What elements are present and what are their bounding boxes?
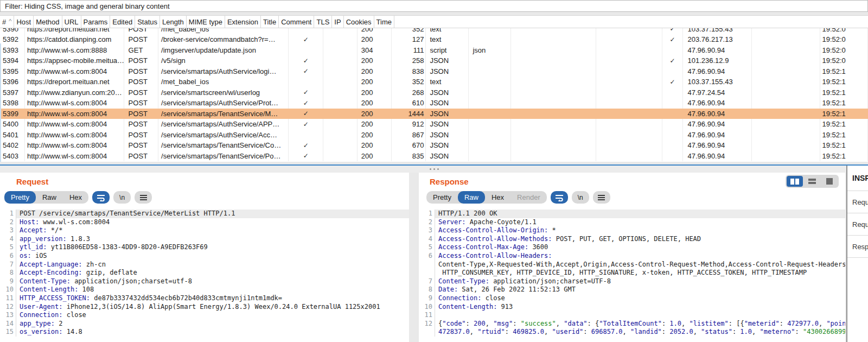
line-text: Accept-Encoding: gzip, deflate xyxy=(16,269,409,277)
line-number: 4 xyxy=(419,235,435,244)
word-wrap-toggle[interactable] xyxy=(92,191,110,204)
row-length: 258 xyxy=(392,55,426,66)
column-header[interactable]: Method xyxy=(34,16,62,28)
column-header[interactable]: Params xyxy=(81,16,111,28)
table-row[interactable]: 5403 http://www.wl-s.com:8004 POST /serv… xyxy=(0,151,868,162)
filter-bar[interactable]: Filter: Hiding CSS, image and general bi… xyxy=(0,0,868,12)
row-host: http://www.wl-s.com:8004 xyxy=(25,98,124,109)
http-history-table: #^ Host Method URL Params Edited Status … xyxy=(0,15,868,162)
row-url: /service/smartaps/TenantService/Po… xyxy=(158,151,289,162)
column-header[interactable]: Status xyxy=(135,16,160,28)
layout-single-button[interactable] xyxy=(821,176,838,187)
column-header[interactable]: Time xyxy=(374,16,394,28)
row-status: 200 xyxy=(358,55,392,66)
column-header[interactable]: TLS xyxy=(314,16,332,28)
row-comment xyxy=(596,119,663,130)
code-line: 15os_version: 14.8 xyxy=(0,328,409,337)
code-line: 6os: iOS xyxy=(0,252,409,261)
show-newlines-toggle[interactable]: \n xyxy=(572,191,589,204)
table-row[interactable]: 5392 https://catdot.dianping.com POST /b… xyxy=(0,34,868,45)
show-newlines-toggle[interactable]: \n xyxy=(113,191,131,204)
table-row[interactable]: 5402 http://www.wl-s.com:8004 POST /serv… xyxy=(0,140,868,151)
line-number: 14 xyxy=(0,320,16,328)
row-time: 19:52:0 xyxy=(820,45,868,56)
column-header[interactable]: Extension xyxy=(225,16,261,28)
column-header[interactable]: MIME type xyxy=(187,16,225,28)
line-text: Content-Length: 913 xyxy=(435,303,845,312)
line-number: 11 xyxy=(0,294,16,303)
row-host: http://www.wl-s.com:8004 xyxy=(25,119,124,130)
row-edited xyxy=(323,55,357,66)
table-row[interactable]: 5394 https://appsec-mobile.meitua… POST … xyxy=(0,55,868,66)
response-view-tabs: PrettyRawHexRender xyxy=(426,191,547,204)
response-editor-content[interactable]: 1HTTP/1.1 200 OK2Server: Apache-Coyote/1… xyxy=(419,210,845,342)
column-header[interactable]: Length xyxy=(160,16,187,28)
row-title xyxy=(511,98,596,109)
row-number: 5393 xyxy=(0,45,25,56)
layout-columns-button[interactable] xyxy=(787,176,803,187)
line-text: 472837.0, "rtuid": 469825.0, "userid": 6… xyxy=(435,328,845,337)
row-method: POST xyxy=(124,66,158,77)
layout-rows-button[interactable] xyxy=(804,176,820,187)
table-row[interactable]: 5390 https://dreport.meituan.net POST /m… xyxy=(0,28,868,34)
code-line: 2Host: www.wl-s.com:8004 xyxy=(0,218,409,227)
row-edited xyxy=(323,130,357,141)
view-tab[interactable]: Hex xyxy=(485,191,510,204)
sort-asc-icon: ^ xyxy=(9,18,11,24)
column-header[interactable]: IP xyxy=(332,16,343,28)
row-comment xyxy=(596,55,663,66)
line-text: ytl_id: yt11B806ED58-1383-4DD9-8D20-A9ED… xyxy=(16,243,409,252)
row-title xyxy=(511,45,596,56)
line-number: 9 xyxy=(0,277,16,286)
code-line: 5ytl_id: yt11B806ED58-1383-4DD9-8D20-A9E… xyxy=(0,243,409,252)
view-tab[interactable]: Hex xyxy=(63,191,88,204)
row-params-check-icon: ✓ xyxy=(289,151,323,162)
table-row[interactable]: 5400 http://www.wl-s.com:8004 POST /serv… xyxy=(0,119,868,130)
horizontal-splitter-handle[interactable] xyxy=(0,166,868,173)
row-url: /service/smartaps/AuthService/logi… xyxy=(158,66,289,77)
row-status: 200 xyxy=(358,28,392,34)
inspector-section[interactable]: Request attributes xyxy=(847,191,868,213)
view-tab[interactable]: Raw xyxy=(458,191,485,204)
column-header[interactable]: Comment xyxy=(279,16,314,28)
view-tab[interactable]: Raw xyxy=(36,191,63,204)
inspector-section[interactable]: Response headers xyxy=(847,236,868,258)
row-number: 5401 xyxy=(0,130,25,141)
table-row[interactable]: 5396 https://dreport.meituan.net POST /m… xyxy=(0,77,868,87)
column-header[interactable]: Host xyxy=(14,16,34,28)
line-number: 10 xyxy=(0,286,16,294)
row-mime-type: JSON xyxy=(426,55,469,66)
row-cookies xyxy=(752,151,820,162)
editor-menu-button[interactable] xyxy=(135,191,152,204)
table-row[interactable]: 5401 http://www.wl-s.com:8004 POST /serv… xyxy=(0,130,868,141)
row-extension xyxy=(469,130,511,141)
table-row[interactable]: 5398 http://www.wl-s.com:8004 POST /serv… xyxy=(0,98,868,109)
view-tab[interactable]: Render xyxy=(510,191,547,204)
column-header[interactable]: Edited xyxy=(110,16,135,28)
row-time: 19:52:0 xyxy=(820,55,868,66)
column-header[interactable]: Cookies xyxy=(344,16,374,28)
line-text: User-Agent: iPhone12,3(iOS/14.8) AliApp(… xyxy=(16,303,409,312)
word-wrap-toggle[interactable] xyxy=(551,191,568,204)
row-extension xyxy=(469,34,511,45)
view-tab[interactable]: Pretty xyxy=(4,191,36,204)
column-header[interactable]: #^ xyxy=(0,16,14,28)
editor-menu-button[interactable] xyxy=(593,191,610,204)
row-method: POST xyxy=(124,109,158,119)
row-comment xyxy=(596,77,663,87)
column-header[interactable]: Title xyxy=(261,16,279,28)
row-cookies xyxy=(752,87,820,98)
table-row[interactable]: 5399 http://www.wl-s.com:8004 POST /serv… xyxy=(0,109,868,119)
inspector-section[interactable]: Request headers xyxy=(847,213,868,236)
table-row[interactable]: 5393 http://www.wl-s.com:8888 GET /imgse… xyxy=(0,45,868,56)
row-mime-type: JSON xyxy=(426,98,469,109)
view-tab[interactable]: Pretty xyxy=(426,191,458,204)
row-method: POST xyxy=(124,98,158,109)
column-header[interactable]: URL xyxy=(62,16,81,28)
row-cookies xyxy=(752,130,820,141)
code-line: Content-Type,X-Requested-With,Accept,Ori… xyxy=(419,261,845,269)
table-row[interactable]: 5397 http://www.zdianyun.com:20… POST /s… xyxy=(0,87,868,98)
table-row[interactable]: 5395 http://www.wl-s.com:8004 POST /serv… xyxy=(0,66,868,77)
row-title xyxy=(511,87,596,98)
request-editor-content[interactable]: 1POST /service/smartaps/TenantService/Me… xyxy=(0,210,409,342)
